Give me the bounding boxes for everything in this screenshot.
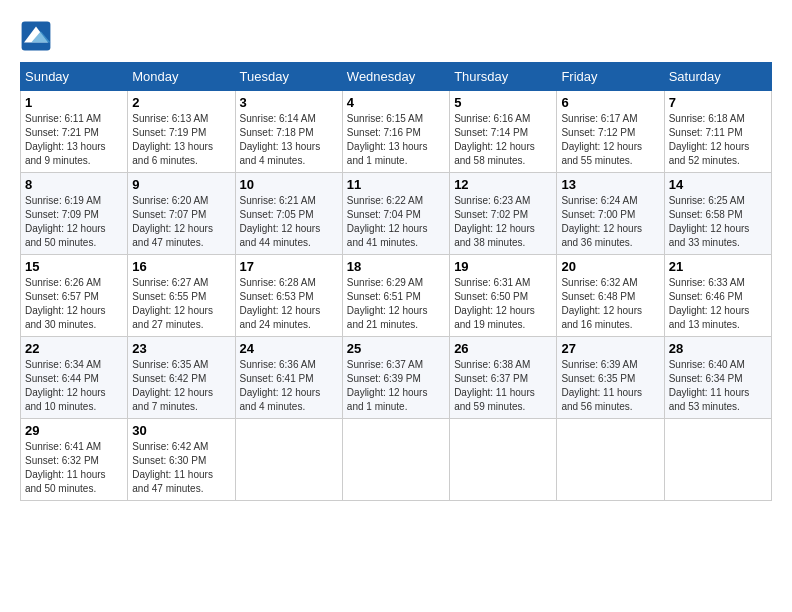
day-number: 23 bbox=[132, 341, 230, 356]
calendar-cell: 25Sunrise: 6:37 AMSunset: 6:39 PMDayligh… bbox=[342, 337, 449, 419]
day-number: 16 bbox=[132, 259, 230, 274]
day-info: Sunrise: 6:23 AMSunset: 7:02 PMDaylight:… bbox=[454, 194, 552, 250]
calendar-cell: 15Sunrise: 6:26 AMSunset: 6:57 PMDayligh… bbox=[21, 255, 128, 337]
day-number: 2 bbox=[132, 95, 230, 110]
calendar-week-row: 22Sunrise: 6:34 AMSunset: 6:44 PMDayligh… bbox=[21, 337, 772, 419]
weekday-header: Saturday bbox=[664, 63, 771, 91]
day-number: 9 bbox=[132, 177, 230, 192]
day-number: 30 bbox=[132, 423, 230, 438]
day-number: 3 bbox=[240, 95, 338, 110]
calendar-cell: 1Sunrise: 6:11 AMSunset: 7:21 PMDaylight… bbox=[21, 91, 128, 173]
weekday-header: Sunday bbox=[21, 63, 128, 91]
weekday-header: Thursday bbox=[450, 63, 557, 91]
calendar-cell: 26Sunrise: 6:38 AMSunset: 6:37 PMDayligh… bbox=[450, 337, 557, 419]
day-number: 21 bbox=[669, 259, 767, 274]
day-info: Sunrise: 6:24 AMSunset: 7:00 PMDaylight:… bbox=[561, 194, 659, 250]
calendar-cell: 5Sunrise: 6:16 AMSunset: 7:14 PMDaylight… bbox=[450, 91, 557, 173]
day-number: 18 bbox=[347, 259, 445, 274]
weekday-header: Tuesday bbox=[235, 63, 342, 91]
day-info: Sunrise: 6:36 AMSunset: 6:41 PMDaylight:… bbox=[240, 358, 338, 414]
day-info: Sunrise: 6:27 AMSunset: 6:55 PMDaylight:… bbox=[132, 276, 230, 332]
day-number: 10 bbox=[240, 177, 338, 192]
calendar-cell: 30Sunrise: 6:42 AMSunset: 6:30 PMDayligh… bbox=[128, 419, 235, 501]
day-info: Sunrise: 6:18 AMSunset: 7:11 PMDaylight:… bbox=[669, 112, 767, 168]
day-number: 1 bbox=[25, 95, 123, 110]
day-info: Sunrise: 6:31 AMSunset: 6:50 PMDaylight:… bbox=[454, 276, 552, 332]
calendar-cell: 16Sunrise: 6:27 AMSunset: 6:55 PMDayligh… bbox=[128, 255, 235, 337]
day-info: Sunrise: 6:41 AMSunset: 6:32 PMDaylight:… bbox=[25, 440, 123, 496]
day-info: Sunrise: 6:15 AMSunset: 7:16 PMDaylight:… bbox=[347, 112, 445, 168]
day-info: Sunrise: 6:37 AMSunset: 6:39 PMDaylight:… bbox=[347, 358, 445, 414]
day-info: Sunrise: 6:35 AMSunset: 6:42 PMDaylight:… bbox=[132, 358, 230, 414]
day-info: Sunrise: 6:21 AMSunset: 7:05 PMDaylight:… bbox=[240, 194, 338, 250]
day-info: Sunrise: 6:17 AMSunset: 7:12 PMDaylight:… bbox=[561, 112, 659, 168]
calendar-cell: 14Sunrise: 6:25 AMSunset: 6:58 PMDayligh… bbox=[664, 173, 771, 255]
day-info: Sunrise: 6:16 AMSunset: 7:14 PMDaylight:… bbox=[454, 112, 552, 168]
calendar-header: SundayMondayTuesdayWednesdayThursdayFrid… bbox=[21, 63, 772, 91]
weekday-row: SundayMondayTuesdayWednesdayThursdayFrid… bbox=[21, 63, 772, 91]
weekday-header: Monday bbox=[128, 63, 235, 91]
calendar-cell: 19Sunrise: 6:31 AMSunset: 6:50 PMDayligh… bbox=[450, 255, 557, 337]
calendar-cell: 13Sunrise: 6:24 AMSunset: 7:00 PMDayligh… bbox=[557, 173, 664, 255]
day-info: Sunrise: 6:38 AMSunset: 6:37 PMDaylight:… bbox=[454, 358, 552, 414]
day-number: 24 bbox=[240, 341, 338, 356]
day-info: Sunrise: 6:34 AMSunset: 6:44 PMDaylight:… bbox=[25, 358, 123, 414]
calendar-cell: 7Sunrise: 6:18 AMSunset: 7:11 PMDaylight… bbox=[664, 91, 771, 173]
calendar-cell: 21Sunrise: 6:33 AMSunset: 6:46 PMDayligh… bbox=[664, 255, 771, 337]
day-number: 8 bbox=[25, 177, 123, 192]
day-info: Sunrise: 6:14 AMSunset: 7:18 PMDaylight:… bbox=[240, 112, 338, 168]
calendar-cell bbox=[235, 419, 342, 501]
day-info: Sunrise: 6:42 AMSunset: 6:30 PMDaylight:… bbox=[132, 440, 230, 496]
day-info: Sunrise: 6:33 AMSunset: 6:46 PMDaylight:… bbox=[669, 276, 767, 332]
calendar-cell: 11Sunrise: 6:22 AMSunset: 7:04 PMDayligh… bbox=[342, 173, 449, 255]
day-info: Sunrise: 6:26 AMSunset: 6:57 PMDaylight:… bbox=[25, 276, 123, 332]
day-number: 29 bbox=[25, 423, 123, 438]
day-info: Sunrise: 6:19 AMSunset: 7:09 PMDaylight:… bbox=[25, 194, 123, 250]
day-info: Sunrise: 6:29 AMSunset: 6:51 PMDaylight:… bbox=[347, 276, 445, 332]
calendar-cell: 17Sunrise: 6:28 AMSunset: 6:53 PMDayligh… bbox=[235, 255, 342, 337]
calendar-cell: 24Sunrise: 6:36 AMSunset: 6:41 PMDayligh… bbox=[235, 337, 342, 419]
calendar-week-row: 8Sunrise: 6:19 AMSunset: 7:09 PMDaylight… bbox=[21, 173, 772, 255]
calendar-cell: 20Sunrise: 6:32 AMSunset: 6:48 PMDayligh… bbox=[557, 255, 664, 337]
day-number: 13 bbox=[561, 177, 659, 192]
calendar-cell bbox=[557, 419, 664, 501]
day-number: 26 bbox=[454, 341, 552, 356]
day-info: Sunrise: 6:22 AMSunset: 7:04 PMDaylight:… bbox=[347, 194, 445, 250]
calendar-cell bbox=[450, 419, 557, 501]
day-info: Sunrise: 6:11 AMSunset: 7:21 PMDaylight:… bbox=[25, 112, 123, 168]
calendar-cell: 12Sunrise: 6:23 AMSunset: 7:02 PMDayligh… bbox=[450, 173, 557, 255]
calendar-week-row: 15Sunrise: 6:26 AMSunset: 6:57 PMDayligh… bbox=[21, 255, 772, 337]
calendar-week-row: 1Sunrise: 6:11 AMSunset: 7:21 PMDaylight… bbox=[21, 91, 772, 173]
calendar-cell bbox=[342, 419, 449, 501]
calendar-cell: 28Sunrise: 6:40 AMSunset: 6:34 PMDayligh… bbox=[664, 337, 771, 419]
day-info: Sunrise: 6:32 AMSunset: 6:48 PMDaylight:… bbox=[561, 276, 659, 332]
logo bbox=[20, 20, 56, 52]
calendar-cell: 8Sunrise: 6:19 AMSunset: 7:09 PMDaylight… bbox=[21, 173, 128, 255]
page-header bbox=[20, 20, 772, 52]
day-number: 22 bbox=[25, 341, 123, 356]
calendar-cell: 23Sunrise: 6:35 AMSunset: 6:42 PMDayligh… bbox=[128, 337, 235, 419]
day-info: Sunrise: 6:20 AMSunset: 7:07 PMDaylight:… bbox=[132, 194, 230, 250]
day-number: 12 bbox=[454, 177, 552, 192]
day-number: 17 bbox=[240, 259, 338, 274]
day-number: 14 bbox=[669, 177, 767, 192]
day-number: 20 bbox=[561, 259, 659, 274]
calendar-body: 1Sunrise: 6:11 AMSunset: 7:21 PMDaylight… bbox=[21, 91, 772, 501]
calendar-table: SundayMondayTuesdayWednesdayThursdayFrid… bbox=[20, 62, 772, 501]
calendar-cell: 6Sunrise: 6:17 AMSunset: 7:12 PMDaylight… bbox=[557, 91, 664, 173]
calendar-cell: 4Sunrise: 6:15 AMSunset: 7:16 PMDaylight… bbox=[342, 91, 449, 173]
day-number: 6 bbox=[561, 95, 659, 110]
weekday-header: Friday bbox=[557, 63, 664, 91]
day-number: 11 bbox=[347, 177, 445, 192]
day-number: 7 bbox=[669, 95, 767, 110]
calendar-cell: 10Sunrise: 6:21 AMSunset: 7:05 PMDayligh… bbox=[235, 173, 342, 255]
calendar-cell: 3Sunrise: 6:14 AMSunset: 7:18 PMDaylight… bbox=[235, 91, 342, 173]
day-info: Sunrise: 6:13 AMSunset: 7:19 PMDaylight:… bbox=[132, 112, 230, 168]
calendar-cell: 9Sunrise: 6:20 AMSunset: 7:07 PMDaylight… bbox=[128, 173, 235, 255]
calendar-week-row: 29Sunrise: 6:41 AMSunset: 6:32 PMDayligh… bbox=[21, 419, 772, 501]
day-number: 5 bbox=[454, 95, 552, 110]
day-info: Sunrise: 6:28 AMSunset: 6:53 PMDaylight:… bbox=[240, 276, 338, 332]
day-info: Sunrise: 6:25 AMSunset: 6:58 PMDaylight:… bbox=[669, 194, 767, 250]
calendar-cell bbox=[664, 419, 771, 501]
day-number: 19 bbox=[454, 259, 552, 274]
